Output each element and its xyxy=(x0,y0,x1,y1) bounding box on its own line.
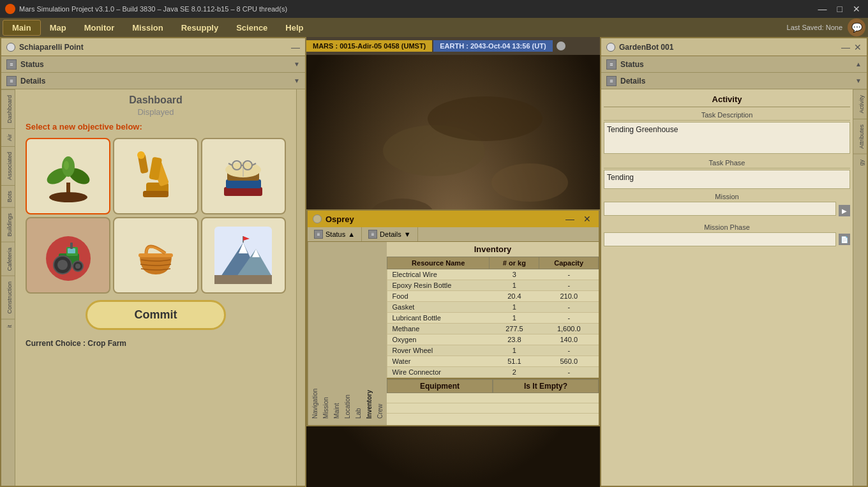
osprey-dialog: Osprey — ✕ ≡ Status ▲ ≡ Details ▼ xyxy=(306,209,600,426)
left-vertical-tabs: Dashboard Air Associated Bots Buildings … xyxy=(1,89,15,486)
activity-title: Activity xyxy=(604,92,850,107)
mission-phase-input[interactable] xyxy=(604,232,836,246)
mission-arrow-btn[interactable]: ▶ xyxy=(839,205,850,216)
right-status-section[interactable]: ≡ Status ▲ xyxy=(601,56,867,73)
mission-row: ▶ xyxy=(604,202,850,220)
osprey-tab-details[interactable]: ≡ Details ▼ xyxy=(362,227,418,241)
right-tab-activity[interactable]: Activity xyxy=(853,89,867,119)
resource-name-cell: Food xyxy=(387,291,490,302)
menu-help[interactable]: Help xyxy=(276,20,312,35)
inventory-row: Food 20.4 210.0 xyxy=(387,291,599,302)
capacity-cell: - xyxy=(539,367,599,378)
close-btn[interactable]: ✕ xyxy=(850,4,863,14)
inv-tab-inventory[interactable]: Inventory xyxy=(364,246,374,421)
panel-circle-btn[interactable] xyxy=(6,43,15,52)
menu-bar: Main Map Monitor Mission Resupply Scienc… xyxy=(0,18,868,37)
equipment-row-1 xyxy=(387,393,599,403)
left-status-section[interactable]: ≡ Status ▼ xyxy=(1,56,305,73)
right-circle-btn[interactable] xyxy=(606,43,615,52)
right-panel-close[interactable]: ✕ xyxy=(854,42,862,52)
osprey-minimize[interactable]: — xyxy=(563,214,577,224)
radio-indicator xyxy=(557,41,565,50)
minimize-btn[interactable]: — xyxy=(816,4,830,14)
inventory-row: Epoxy Resin Bottle 1 - xyxy=(387,280,599,291)
top-bar: MARS : 0015-Adir-05 0458 (UMST) EARTH : … xyxy=(306,37,600,55)
left-tab-construction[interactable]: Construction xyxy=(1,276,15,319)
right-main-content: Activity Task Description Tending Greenh… xyxy=(601,89,853,486)
left-tab-bots[interactable]: Bots xyxy=(1,185,15,207)
left-tab-buildings[interactable]: Buildings xyxy=(1,207,15,242)
resource-name-cell: Rover Wheel xyxy=(387,345,490,356)
chat-button[interactable]: 💬 xyxy=(848,19,865,36)
left-tab-it[interactable]: it xyxy=(1,319,15,333)
robot-icon xyxy=(127,147,184,205)
resource-name-cell: Gasket xyxy=(387,302,490,313)
right-details-section[interactable]: ≡ Details ▼ xyxy=(601,73,867,89)
left-panel: Schiaparelli Point — ≡ Status ▼ ≡ Detail… xyxy=(0,37,306,487)
last-saved: Last Saved: None xyxy=(787,24,842,31)
inv-tab-maint[interactable]: Maint xyxy=(332,246,341,421)
window-controls[interactable]: — □ ✕ xyxy=(816,4,863,14)
amount-cell: 3 xyxy=(490,269,539,280)
inventory-row: Water 51.1 560.0 xyxy=(387,356,599,367)
details-section-icon: ≡ xyxy=(6,76,17,86)
title-bar: Mars Simulation Project v3.1.0 – Build 3… xyxy=(0,0,868,18)
inventory-row: Rover Wheel 1 - xyxy=(387,345,599,356)
menu-monitor[interactable]: Monitor xyxy=(75,20,124,35)
svg-point-5 xyxy=(64,161,69,170)
menu-science[interactable]: Science xyxy=(227,20,276,35)
right-controls: Last Saved: None 💬 xyxy=(787,19,865,36)
commit-button[interactable]: Commit xyxy=(86,300,226,330)
obj-crop-farm[interactable] xyxy=(26,138,110,214)
obj-trade[interactable] xyxy=(113,217,198,294)
menu-mission[interactable]: Mission xyxy=(123,20,172,35)
maximize-btn[interactable]: □ xyxy=(835,4,845,14)
scrollbar[interactable] xyxy=(296,89,305,486)
inv-tab-lab[interactable]: Lab xyxy=(354,246,363,421)
menu-resupply[interactable]: Resupply xyxy=(172,20,228,35)
osprey-close[interactable]: ✕ xyxy=(581,214,594,224)
amount-cell: 1 xyxy=(490,345,539,356)
obj-exploration[interactable] xyxy=(201,217,286,294)
right-content-area: Activity Task Description Tending Greenh… xyxy=(601,89,867,486)
crop-farm-icon xyxy=(40,147,97,205)
left-tab-air[interactable]: Air xyxy=(1,128,15,146)
details-label: Details xyxy=(20,77,290,86)
dashboard-title: Dashboard xyxy=(15,89,296,107)
amount-cell: 1 xyxy=(490,302,539,313)
exploration-icon xyxy=(214,227,272,284)
osprey-tab-status[interactable]: ≡ Status ▲ xyxy=(308,227,362,241)
inv-tab-mission[interactable]: Mission xyxy=(321,246,331,421)
right-panel-minimize[interactable]: — xyxy=(841,42,850,52)
osprey-circle[interactable] xyxy=(313,214,322,223)
mission-input[interactable] xyxy=(604,202,836,216)
left-details-section[interactable]: ≡ Details ▼ xyxy=(1,73,305,89)
menu-main[interactable]: Main xyxy=(3,20,41,36)
obj-robot[interactable] xyxy=(113,138,198,214)
obj-tractor[interactable] xyxy=(26,217,110,294)
left-panel-minimize[interactable]: — xyxy=(291,42,300,52)
phase-doc-btn[interactable]: 📄 xyxy=(839,234,850,245)
amount-cell: 51.1 xyxy=(490,356,539,367)
menu-map[interactable]: Map xyxy=(41,20,75,35)
osprey-tabs: ≡ Status ▲ ≡ Details ▼ xyxy=(308,227,599,242)
osprey-header: Osprey — ✕ xyxy=(308,211,599,227)
right-tab-gy[interactable]: gy xyxy=(853,154,867,171)
inv-tab-location[interactable]: Location xyxy=(343,246,352,421)
resource-name-cell: Electrical Wire xyxy=(387,269,490,280)
svg-point-1 xyxy=(49,192,87,202)
obj-research[interactable] xyxy=(201,138,286,214)
left-tab-cafeteria[interactable]: Cafeteria xyxy=(1,242,15,276)
mission-phase-row: 📄 xyxy=(604,232,850,246)
svg-rect-12 xyxy=(224,187,262,196)
right-tab-attributes[interactable]: Attributes xyxy=(853,119,867,154)
inv-tab-navigation[interactable]: Navigation xyxy=(310,246,320,421)
left-tab-associated[interactable]: Associated xyxy=(1,146,15,185)
inv-tab-crew[interactable]: Crew xyxy=(375,246,385,421)
inventory-content: Inventory Resource Name # or kg Capacity… xyxy=(387,242,599,425)
amount-cell: 20.4 xyxy=(490,291,539,302)
dashboard-area: Dashboard Displayed Select a new objecti… xyxy=(15,89,296,486)
capacity-cell: 140.0 xyxy=(539,334,599,345)
left-tab-dashboard[interactable]: Dashboard xyxy=(1,89,15,128)
current-choice: Current Choice : Crop Farm xyxy=(15,336,296,353)
